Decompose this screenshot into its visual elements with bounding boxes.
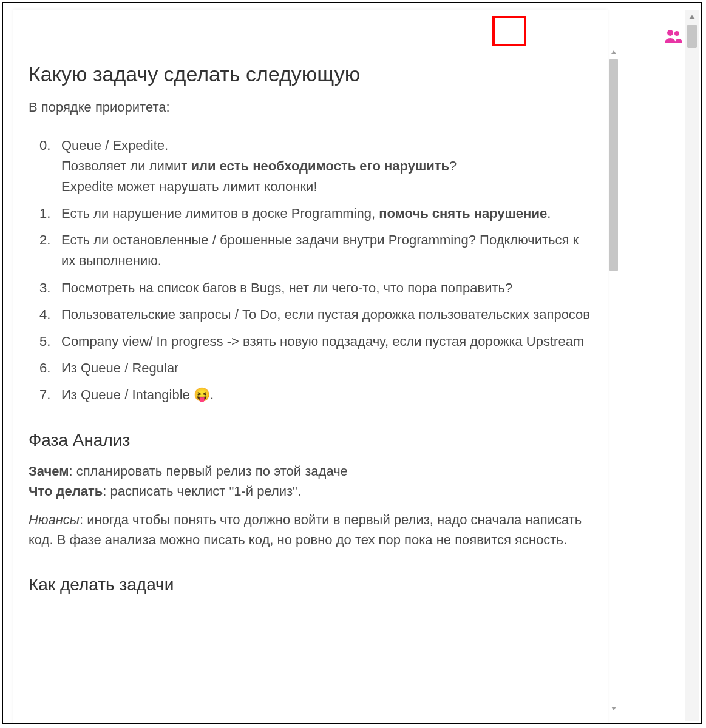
panel-scrollbar[interactable] [608,47,619,714]
svg-point-12 [667,30,673,36]
priority-ordered-list: 0.Queue / Expedite.Позволяет ли лимит ил… [29,135,592,405]
text-why: : спланировать первый релиз по этой зада… [69,463,347,479]
list-item-number: 7. [39,385,50,405]
svg-point-13 [674,31,679,36]
list-item: 1.Есть ли нарушение лимитов в доске Prog… [61,203,592,224]
svg-marker-11 [689,15,695,19]
list-item-number: 3. [39,278,50,298]
svg-marker-9 [611,50,616,54]
list-item: 3.Посмотреть на список багов в Bugs, нет… [61,278,592,298]
window-scrollbar[interactable] [685,10,699,721]
window-frame: Какую задачу сделать следующую В порядке… [2,2,702,724]
paragraph-why-what: Зачем: спланировать первый релиз по этой… [29,461,592,501]
list-item-number: 1. [39,203,50,224]
triangle-up-icon [611,49,617,55]
text-what-to-do: : расписать чеклист "1-й релиз". [103,484,301,499]
list-item-number: 0. [39,135,50,156]
list-item: 5.Company view/ In progress -> взять нов… [61,331,592,352]
list-item-text: Queue / Expedite.Позволяет ли лимит или … [61,138,457,194]
list-item-text: Посмотреть на список багов в Bugs, нет л… [61,280,512,295]
label-nuances: Нюансы [29,512,80,527]
label-what-to-do: Что делать [29,484,103,499]
list-item: 2.Есть ли остановленные / брошенные зада… [61,230,592,271]
list-item-text: Есть ли нарушение лимитов в доске Progra… [61,206,551,221]
list-item-number: 2. [39,230,50,251]
list-item: 7.Из Queue / Intangible 😝. [61,385,592,405]
card-description-content: Какую задачу сделать следующую В порядке… [13,44,608,723]
list-item: 6.Из Queue / Regular [61,358,592,379]
text-nuances: : иногда чтобы понять что должно войти в… [29,512,582,547]
panel-scroll-thumb[interactable] [609,59,618,271]
list-item-number: 6. [39,358,50,379]
intro-priority: В порядке приоритета: [29,97,592,117]
list-item: 0.Queue / Expedite.Позволяет ли лимит ил… [61,135,592,197]
people-icon [664,29,682,43]
window-scroll-thumb[interactable] [687,25,697,48]
svg-marker-10 [611,707,616,710]
heading-which-task-next: Какую задачу сделать следующую [29,62,592,86]
list-item: 4.Пользовательские запросы / To Do, если… [61,305,592,325]
paragraph-nuances: Нюансы: иногда чтобы понять что должно в… [29,510,592,550]
list-item-text: Есть ли остановленные / брошенные задачи… [61,232,579,268]
members-button[interactable] [664,29,682,43]
list-item-number: 5. [39,331,50,352]
triangle-down-icon [611,706,617,712]
window-scroll-up-button[interactable] [685,10,699,24]
list-item-text: Из Queue / Regular [61,360,178,376]
list-item-number: 4. [39,305,50,325]
heading-phase-analysis: Фаза Анализ [29,431,592,450]
heading-how-to-do-tasks: Как делать задачи [29,575,592,595]
list-item-text: Из Queue / Intangible 😝. [61,387,214,402]
panel-scroll-up-button[interactable] [608,47,619,58]
list-item-text: Company view/ In progress -> взять новую… [61,334,584,349]
label-why: Зачем [29,463,69,479]
triangle-up-icon [688,13,696,21]
panel-scroll-down-button[interactable] [608,703,619,714]
list-item-text: Пользовательские запросы / To Do, если п… [61,307,590,322]
